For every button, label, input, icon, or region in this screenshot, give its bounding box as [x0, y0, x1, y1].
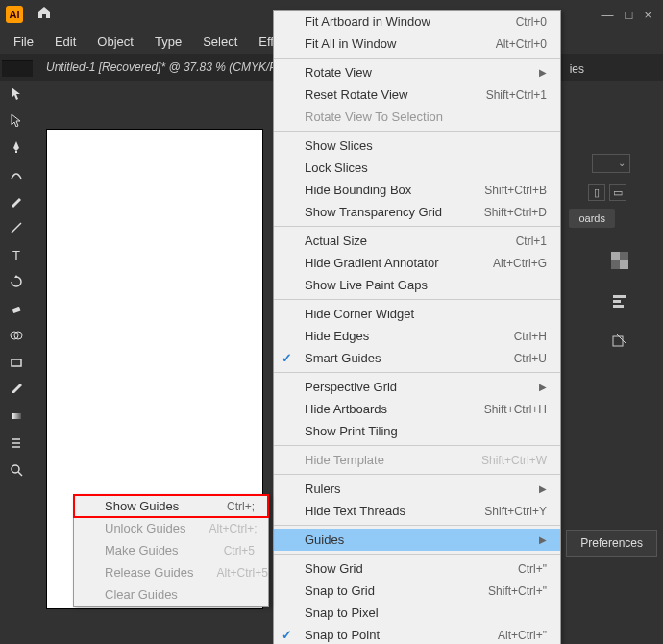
view_menu-item-reset-rotate-view[interactable]: Reset Rotate ViewShift+Ctrl+1 [274, 84, 560, 106]
menu-item-shortcut: Alt+Ctrl+" [498, 629, 547, 642]
view_menu-item-perspective-grid[interactable]: Perspective Grid▶ [274, 376, 560, 398]
selection-tool-icon[interactable] [6, 83, 27, 104]
menu-item-label: Show Print Tiling [305, 424, 547, 438]
menu-item-label: Rotate View [305, 65, 516, 80]
menu-item-label: Perspective Grid [305, 380, 516, 394]
pathfinder-icon[interactable] [609, 331, 630, 352]
view_menu-item-guides[interactable]: Guides▶ [274, 529, 560, 551]
menu-item-shortcut: Shift+Ctrl+H [484, 403, 547, 416]
guides_submenu-item-release-guides: Release GuidesAlt+Ctrl+5 [74, 561, 268, 583]
menu-item-label: Clear Guides [105, 587, 255, 602]
menu-item-label: Hide Corner Widget [305, 307, 547, 321]
view_menu-separator [274, 131, 560, 132]
view_menu-item-fit-artboard-in-window[interactable]: Fit Artboard in WindowCtrl+0 [274, 11, 560, 33]
menu-item-shortcut: Ctrl+5 [224, 544, 255, 557]
preferences-button[interactable]: Preferences [566, 530, 657, 557]
menu-file[interactable]: File [4, 31, 43, 53]
panel-ribbon [2, 60, 33, 77]
menu-item-shortcut: Ctrl+; [227, 500, 255, 513]
submenu-arrow-icon: ▶ [539, 67, 547, 78]
menu-edit[interactable]: Edit [45, 31, 86, 53]
view_menu-item-snap-to-grid[interactable]: Snap to GridShift+Ctrl+" [274, 580, 560, 602]
svg-point-3 [11, 332, 18, 339]
menu-item-label: Hide Gradient Annotator [305, 256, 470, 270]
panel-tab-properties[interactable]: ies [570, 62, 584, 76]
edit-artboards-button[interactable]: oards [569, 209, 615, 228]
pen-tool-icon[interactable] [6, 136, 27, 158]
check-icon: ✓ [282, 628, 292, 642]
view_menu-item-hide-edges[interactable]: Hide EdgesCtrl+H [274, 325, 560, 347]
view_menu-separator [274, 525, 560, 526]
view_menu-item-hide-gradient-annotator[interactable]: Hide Gradient AnnotatorAlt+Ctrl+G [274, 252, 560, 274]
landscape-icon[interactable]: ▭ [609, 184, 626, 201]
menu-item-label: Show Guides [105, 499, 204, 513]
view_menu-item-fit-all-in-window[interactable]: Fit All in WindowAlt+Ctrl+0 [274, 33, 560, 55]
view_menu-item-snap-to-pixel[interactable]: Snap to Pixel [274, 602, 560, 624]
tool-icon[interactable] [6, 433, 27, 454]
view_menu-item-show-live-paint-gaps[interactable]: Show Live Paint Gaps [274, 274, 560, 296]
svg-rect-11 [620, 260, 628, 269]
menu-item-shortcut: Shift+Ctrl+W [481, 454, 547, 467]
menu-item-label: Snap to Grid [305, 583, 465, 598]
close-button[interactable]: × [644, 8, 651, 22]
menu-item-label: Smart Guides [305, 351, 491, 365]
menu-item-label: Show Grid [305, 561, 495, 576]
view_menu-separator [274, 299, 560, 300]
view_menu-item-hide-text-threads[interactable]: Hide Text ThreadsShift+Ctrl+Y [274, 500, 560, 522]
line-tool-icon[interactable] [6, 217, 27, 238]
view_menu-item-hide-corner-widget[interactable]: Hide Corner Widget [274, 303, 560, 325]
view_menu-item-show-transparency-grid[interactable]: Show Transparency GridShift+Ctrl+D [274, 201, 560, 223]
svg-rect-12 [613, 295, 626, 298]
transparency-icon[interactable] [609, 250, 630, 271]
menu-item-shortcut: Ctrl+1 [516, 235, 547, 248]
minimize-button[interactable]: — [602, 8, 614, 22]
view_menu-item-show-slices[interactable]: Show Slices [274, 135, 560, 157]
menu-item-shortcut: Ctrl+" [518, 562, 547, 576]
guides_submenu-item-show-guides[interactable]: Show GuidesCtrl+; [74, 495, 268, 517]
maximize-button[interactable]: □ [626, 8, 633, 22]
view_menu-item-actual-size[interactable]: Actual SizeCtrl+1 [274, 230, 560, 252]
view_menu-item-snap-to-point[interactable]: ✓Snap to PointAlt+Ctrl+" [274, 624, 560, 644]
guides_submenu-item-make-guides: Make GuidesCtrl+5 [74, 539, 268, 561]
view_menu-item-hide-artboards[interactable]: Hide ArtboardsShift+Ctrl+H [274, 398, 560, 420]
direct-selection-tool-icon[interactable] [6, 110, 27, 131]
menu-type[interactable]: Type [145, 31, 191, 53]
brush-tool-icon[interactable] [6, 190, 27, 211]
eyedropper-tool-icon[interactable] [6, 379, 27, 400]
menu-item-shortcut: Ctrl+0 [516, 15, 547, 29]
menu-select[interactable]: Select [193, 31, 247, 53]
view_menu-item-hide-bounding-box[interactable]: Hide Bounding BoxShift+Ctrl+B [274, 179, 560, 201]
menu-item-label: Fit All in Window [305, 37, 473, 51]
view_menu-separator [274, 554, 560, 555]
view_menu-item-rotate-view[interactable]: Rotate View▶ [274, 62, 560, 84]
menu-item-label: Rotate View To Selection [305, 110, 547, 124]
document-tab[interactable]: Untitled-1 [Recovered]* @ 37.83 % (CMYK/… [46, 61, 287, 74]
view_menu-item-lock-slices[interactable]: Lock Slices [274, 157, 560, 179]
shapebuilder-tool-icon[interactable] [6, 325, 27, 346]
view_menu-item-show-print-tiling[interactable]: Show Print Tiling [274, 420, 560, 442]
eraser-tool-icon[interactable] [6, 298, 27, 319]
view_menu-item-smart-guides[interactable]: ✓Smart GuidesCtrl+U [274, 347, 560, 369]
app-logo: Ai [6, 6, 23, 23]
dropdown-field[interactable]: ⌄ [592, 154, 630, 173]
menu-object[interactable]: Object [87, 31, 143, 53]
menu-item-shortcut: Ctrl+H [514, 330, 547, 343]
zoom-tool-icon[interactable] [6, 459, 27, 481]
portrait-icon[interactable]: ▯ [588, 184, 605, 201]
menu-item-shortcut: Shift+Ctrl+1 [486, 88, 547, 102]
view_menu-item-rotate-view-to-selection: Rotate View To Selection [274, 106, 560, 128]
menu-item-shortcut: Alt+Ctrl+5 [217, 566, 268, 580]
rotate-tool-icon[interactable] [6, 271, 27, 292]
gradient-tool-icon[interactable] [6, 406, 27, 427]
rectangle-tool-icon[interactable] [6, 352, 27, 373]
menu-item-label: Hide Bounding Box [305, 183, 461, 197]
svg-rect-15 [613, 336, 623, 346]
view_menu-item-show-grid[interactable]: Show GridCtrl+" [274, 557, 560, 580]
svg-rect-10 [611, 252, 620, 260]
home-icon[interactable] [37, 5, 52, 24]
view_menu-item-rulers[interactable]: Rulers▶ [274, 478, 560, 500]
curvature-tool-icon[interactable] [6, 163, 27, 185]
type-tool-icon[interactable]: T [6, 244, 27, 265]
svg-point-4 [14, 332, 22, 339]
align-icon[interactable] [609, 290, 630, 311]
